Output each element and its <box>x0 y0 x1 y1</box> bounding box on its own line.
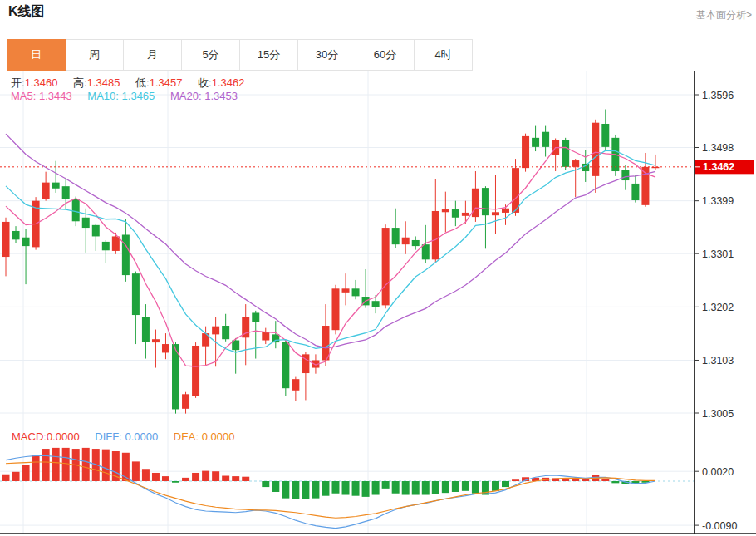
ohlc-row: 开:1.3460 高:1.3485 低:1.3457 收:1.3462 <box>11 76 257 91</box>
macd-layer <box>2 448 655 529</box>
ma-row: MA5: 1.3443 MA10: 1.3465 MA20: 1.3453 <box>11 90 250 102</box>
fundamental-analysis-link[interactable]: 基本面分析> <box>696 8 752 22</box>
page-title: K线图 <box>8 3 45 21</box>
ma20-label: MA20: <box>170 90 202 102</box>
open-value: 1.3460 <box>25 76 58 89</box>
svg-text:1.3498: 1.3498 <box>702 142 734 154</box>
ma10-line <box>6 150 655 352</box>
high-value: 1.3485 <box>87 76 120 89</box>
ma5-line <box>6 147 655 366</box>
svg-text:1.3399: 1.3399 <box>702 195 734 207</box>
high-label: 高: <box>73 76 87 89</box>
macd-row: MACD:0.0000 DIFF: 0.0000 DEA: 0.0000 <box>12 430 248 443</box>
tab-60min[interactable]: 60分 <box>356 39 415 71</box>
ma5-value: 1.3443 <box>39 90 72 102</box>
svg-text:1.3202: 1.3202 <box>702 302 734 313</box>
ma10-label: MA10: <box>87 90 119 102</box>
ma20-line <box>6 134 655 348</box>
dea-value: 0.0000 <box>202 430 235 443</box>
close-value: 1.3462 <box>212 76 245 89</box>
svg-text:0.0020: 0.0020 <box>702 466 734 478</box>
tab-month[interactable]: 月 <box>123 39 182 71</box>
header-divider <box>0 27 756 27</box>
price-axis: 1.35961.34981.33991.33011.32021.31031.30… <box>694 90 737 532</box>
tab-4hour[interactable]: 4时 <box>414 39 473 71</box>
candles-layer <box>2 110 660 414</box>
diff-value: 0.0000 <box>125 430 158 443</box>
tab-15min[interactable]: 15分 <box>239 39 298 71</box>
tab-30min[interactable]: 30分 <box>297 39 356 71</box>
svg-text:-0.0090: -0.0090 <box>702 520 737 532</box>
open-label: 开: <box>11 76 25 89</box>
ma20-value: 1.3453 <box>204 90 238 102</box>
ma5-label: MA5: <box>11 90 36 102</box>
diff-label: DIFF: <box>95 430 122 443</box>
current-price-label: 1.3462 <box>695 160 754 174</box>
low-label: 低: <box>135 76 150 89</box>
chart-area: 1.35961.34981.33991.33011.32021.31031.30… <box>0 71 756 536</box>
low-value: 1.3457 <box>150 76 183 89</box>
dea-label: DEA: <box>174 430 199 443</box>
macd-label: MACD: <box>12 430 47 443</box>
macd-value: 0.0000 <box>47 430 80 443</box>
interval-tabbar: 日周月5分15分30分60分4时 <box>7 39 473 71</box>
svg-text:1.3103: 1.3103 <box>702 355 734 366</box>
svg-text:1.3462: 1.3462 <box>703 161 734 173</box>
tab-5min[interactable]: 5分 <box>181 39 240 71</box>
svg-text:1.3005: 1.3005 <box>702 408 734 420</box>
kline-chart: 1.35961.34981.33991.33011.32021.31031.30… <box>0 71 756 536</box>
svg-text:1.3301: 1.3301 <box>702 248 734 260</box>
close-label: 收: <box>198 76 212 89</box>
svg-text:1.3596: 1.3596 <box>702 90 734 101</box>
tab-day[interactable]: 日 <box>7 39 66 71</box>
tab-week[interactable]: 周 <box>65 39 124 71</box>
ma10-value: 1.3465 <box>122 90 155 102</box>
